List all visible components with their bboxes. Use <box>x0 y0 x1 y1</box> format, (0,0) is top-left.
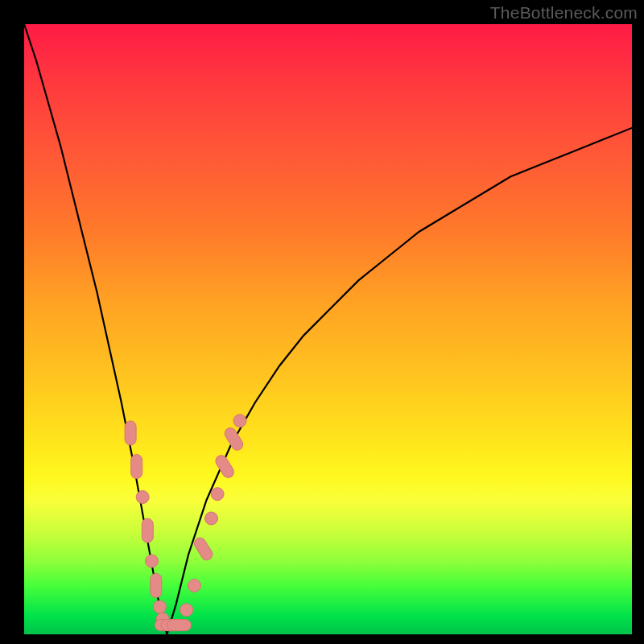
marker <box>180 604 193 617</box>
marker <box>211 488 224 501</box>
marker-group <box>125 415 246 631</box>
plot-area <box>24 24 632 634</box>
marker <box>233 415 246 427</box>
marker <box>205 512 218 525</box>
marker <box>142 518 153 543</box>
marker <box>136 491 149 504</box>
marker <box>167 620 192 631</box>
marker <box>125 421 136 445</box>
watermark-label: TheBottleneck.com <box>490 3 638 23</box>
marker <box>131 455 142 479</box>
chart-svg <box>24 24 632 634</box>
marker <box>153 601 166 613</box>
marker <box>192 535 215 562</box>
marker <box>223 426 246 452</box>
marker <box>151 573 162 597</box>
bottleneck-curve <box>24 24 632 634</box>
marker <box>188 579 200 592</box>
chart-stage: TheBottleneck.com <box>0 0 644 644</box>
marker <box>146 555 159 568</box>
